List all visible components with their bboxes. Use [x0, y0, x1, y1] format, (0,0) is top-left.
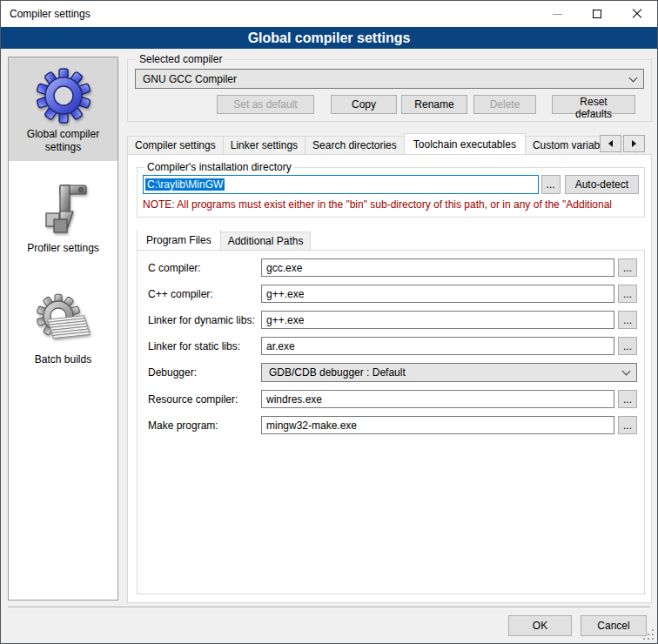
maximize-icon [593, 10, 601, 18]
field-label: Resource compiler: [148, 393, 261, 406]
dynamic-linker-row: Linker for dynamic libs: ... [148, 311, 637, 329]
debugger-select[interactable]: GDB/CDB debugger : Default [261, 363, 637, 382]
set-as-default-button[interactable]: Set as default [217, 95, 314, 114]
window-title: Compiler settings [1, 8, 91, 20]
program-files-pane: C compiler: ... C++ compiler: ... Linker… [137, 250, 645, 594]
cpp-compiler-row: C++ compiler: ... [148, 285, 637, 303]
copy-button[interactable]: Copy [331, 95, 397, 114]
debugger-select-value: GDB/CDB debugger : Default [269, 366, 406, 379]
make-program-input[interactable] [261, 416, 614, 434]
make-program-row: Make program: ... [148, 416, 637, 434]
footer-buttons: OK Cancel [508, 615, 647, 636]
bin-subdirectory-note: NOTE: All programs must exist either in … [143, 198, 639, 211]
sidebar-item-profiler-settings[interactable]: Profiler settings [9, 171, 118, 272]
resource-compiler-row: Resource compiler: ... [148, 390, 637, 408]
installation-path-row: C:\raylib\MinGW ... Auto-detect [143, 175, 639, 194]
installation-directory-group: Compiler's installation directory C:\ray… [137, 161, 645, 218]
resize-grip[interactable] [643, 629, 655, 641]
chevron-down-icon [622, 367, 631, 376]
static-linker-input[interactable] [261, 337, 614, 355]
dynamic-linker-input[interactable] [261, 311, 614, 329]
ok-button[interactable]: OK [508, 615, 572, 636]
dialog-body: Global compiler settings [1, 49, 657, 643]
maximize-button[interactable] [577, 1, 617, 27]
installation-path-input[interactable]: C:\raylib\MinGW [143, 175, 539, 194]
tab-compiler-settings[interactable]: Compiler settings [127, 136, 224, 154]
caption-buttons [537, 1, 657, 27]
reset-defaults-button[interactable]: Reset defaults [552, 95, 635, 114]
cancel-button[interactable]: Cancel [581, 615, 647, 636]
field-label: Make program: [148, 419, 261, 432]
triangle-left-icon [608, 140, 613, 147]
resource-compiler-input[interactable] [261, 390, 614, 408]
gray-gear-stack-icon [36, 293, 91, 349]
page-title: Global compiler settings [1, 27, 657, 49]
browse-button[interactable]: ... [618, 285, 637, 303]
settings-tabs: Compiler settings Linker settings Search… [127, 133, 652, 154]
close-icon [632, 9, 642, 19]
field-label: Linker for dynamic libs: [148, 314, 261, 326]
sidebar-item-global-compiler-settings[interactable]: Global compiler settings [9, 57, 118, 161]
sidebar-item-label: Batch builds [30, 353, 97, 373]
field-label: Debugger: [148, 366, 261, 379]
tab-program-files[interactable]: Program Files [137, 230, 221, 250]
minimize-button[interactable] [537, 1, 577, 27]
static-linker-row: Linker for static libs: ... [148, 337, 637, 355]
compiler-combobox-value: GNU GCC Compiler [143, 73, 237, 85]
cpp-compiler-input[interactable] [261, 285, 614, 303]
browse-button[interactable]: ... [618, 311, 637, 329]
caliper-icon [36, 182, 91, 238]
compiler-settings-dialog: Compiler settings Global compiler settin… [0, 0, 658, 644]
browse-button[interactable]: ... [618, 416, 637, 434]
field-label: C++ compiler: [148, 288, 261, 300]
close-button[interactable] [617, 1, 657, 27]
browse-directory-button[interactable]: ... [541, 175, 561, 194]
field-label: C compiler: [148, 262, 261, 274]
minimize-icon [553, 14, 562, 15]
browse-button[interactable]: ... [618, 390, 637, 408]
sidebar: Global compiler settings [8, 57, 118, 600]
installation-directory-label: Compiler's installation directory [144, 161, 294, 173]
tab-linker-settings[interactable]: Linker settings [223, 136, 306, 154]
tab-additional-paths[interactable]: Additional Paths [220, 231, 312, 250]
main-content: Selected compiler GNU GCC Compiler Set a… [127, 53, 652, 603]
selected-compiler-group-label: Selected compiler [137, 53, 225, 65]
tab-toolchain-executables[interactable]: Toolchain executables [404, 133, 526, 154]
footer-divider [8, 607, 650, 607]
auto-detect-button[interactable]: Auto-detect [565, 175, 639, 194]
compiler-combobox[interactable]: GNU GCC Compiler [135, 69, 644, 89]
sidebar-item-batch-builds[interactable]: Batch builds [9, 283, 118, 384]
browse-button[interactable]: ... [618, 337, 637, 355]
tab-search-directories[interactable]: Search directories [305, 136, 405, 154]
delete-button[interactable]: Delete [473, 95, 536, 114]
field-label: Linker for static libs: [148, 340, 261, 352]
tab-scroll-arrows [600, 135, 645, 152]
selected-compiler-group: Selected compiler GNU GCC Compiler Set a… [127, 53, 652, 122]
sidebar-item-label: Profiler settings [22, 242, 104, 262]
c-compiler-input[interactable] [261, 258, 614, 277]
tab-scroll-left-button[interactable] [600, 135, 621, 152]
program-tabs: Program Files Additional Paths [137, 230, 651, 250]
blue-gear-icon [36, 68, 91, 124]
toolchain-executables-pane: Compiler's installation directory C:\ray… [127, 154, 652, 603]
compiler-buttons-row: Set as default Copy Rename Delete Reset … [135, 95, 644, 114]
titlebar: Compiler settings [1, 1, 657, 27]
triangle-right-icon [632, 140, 636, 147]
c-compiler-row: C compiler: ... [148, 258, 637, 277]
browse-button[interactable]: ... [618, 258, 637, 277]
tab-scroll-right-button[interactable] [623, 135, 645, 152]
rename-button[interactable]: Rename [401, 95, 467, 114]
installation-path-selected-text: C:\raylib\MinGW [145, 178, 225, 191]
sidebar-item-label: Global compiler settings [9, 128, 118, 161]
debugger-row: Debugger: GDB/CDB debugger : Default [148, 363, 637, 382]
chevron-down-icon [629, 73, 638, 82]
